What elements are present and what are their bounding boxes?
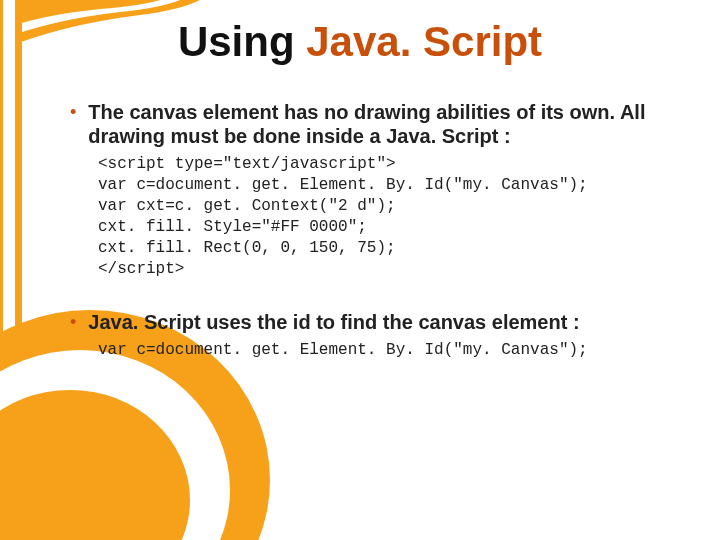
code-line: </script> (98, 259, 670, 280)
code-line: var cxt=c. get. Context("2 d"); (98, 196, 670, 217)
code-line: <script type="text/javascript"> (98, 154, 670, 175)
slide: Using Java. Script • The canvas element … (0, 0, 720, 540)
code-line: cxt. fill. Rect(0, 0, 150, 75); (98, 238, 670, 259)
title-part-1: Using (178, 18, 306, 65)
bullet-text: The canvas element has no drawing abilit… (88, 100, 670, 148)
slide-title: Using Java. Script (0, 18, 720, 66)
code-line: cxt. fill. Style="#FF 0000"; (98, 217, 670, 238)
decorative-left-bar (0, 0, 22, 540)
code-block: var c=document. get. Element. By. Id("my… (98, 340, 670, 361)
title-part-2: Java. Script (306, 18, 542, 65)
bullet-text: Java. Script uses the id to find the can… (88, 310, 579, 334)
code-block: <script type="text/javascript"> var c=do… (98, 154, 670, 280)
decorative-left-bar-inner (3, 0, 15, 540)
bullet-dot-icon: • (70, 310, 76, 334)
bullet-dot-icon: • (70, 100, 76, 124)
bullet-item: • The canvas element has no drawing abil… (70, 100, 670, 148)
svg-point-2 (0, 390, 190, 540)
code-line: var c=document. get. Element. By. Id("my… (98, 175, 670, 196)
bullet-item: • Java. Script uses the id to find the c… (70, 310, 670, 334)
slide-content: • The canvas element has no drawing abil… (70, 100, 670, 391)
code-line: var c=document. get. Element. By. Id("my… (98, 340, 670, 361)
